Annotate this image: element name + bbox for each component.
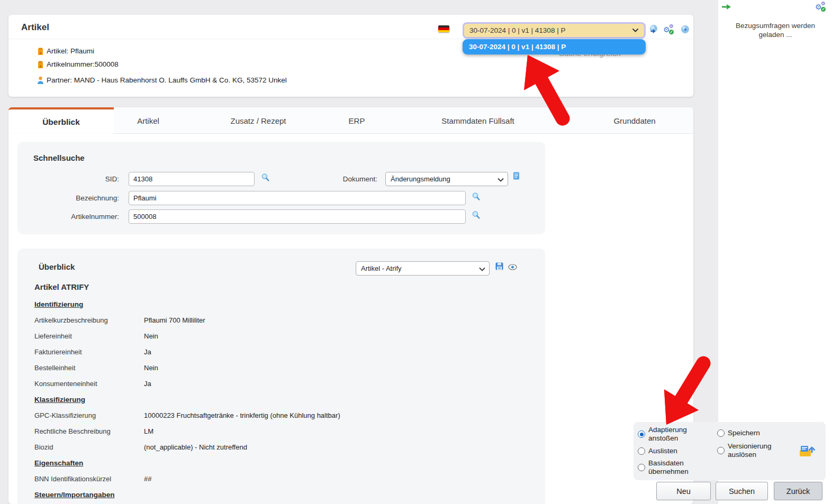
row-value: Ja bbox=[144, 344, 151, 360]
suchen-button[interactable]: Suchen bbox=[716, 482, 768, 500]
package-icon bbox=[37, 60, 47, 69]
row-label: Rechtliche Beschreibung bbox=[34, 424, 144, 439]
quick-search-panel: Schnellsuche SID: Dokument: Änderungsmel… bbox=[17, 142, 545, 234]
row-value: Nein bbox=[144, 360, 158, 376]
article-info-row: Artikel: Pflaumi bbox=[37, 44, 287, 58]
row-value: (not_applicable) - Nicht zutreffend bbox=[144, 439, 247, 455]
artikelnummer-input[interactable] bbox=[129, 209, 466, 224]
chevron-down-icon bbox=[632, 26, 639, 34]
application-window: ⚙ ⚙ ✓ Bezugsumfragen werden geladen ... … bbox=[0, 0, 832, 504]
tab-zusatz-rezept[interactable]: Zusatz / Rezept bbox=[230, 107, 286, 134]
header-action-icons: ⚙ ⚙ ✓ bbox=[649, 24, 690, 36]
version-dropdown-option[interactable]: 30-07-2024 | 0 | v1 | 41308 | P bbox=[463, 39, 646, 54]
data-row: ArtikelkurzbeschreibungPflaumi 700 Milli… bbox=[34, 313, 528, 328]
loading-status-text: Bezugsumfragen werden geladen ... bbox=[728, 21, 823, 39]
radio-dot bbox=[638, 464, 645, 471]
group-heading: Eigenschaften bbox=[34, 455, 528, 471]
row-label: Bestelleinheit bbox=[34, 360, 144, 376]
sid-input[interactable] bbox=[129, 172, 255, 186]
check-icon: ✓ bbox=[821, 7, 826, 12]
row-label: Artikelkurzbeschreibung bbox=[34, 313, 144, 328]
eye-icon[interactable] bbox=[508, 263, 517, 272]
tab-artikel[interactable]: Artikel bbox=[137, 107, 159, 134]
overview-view-select-value: Artikel - Atrify bbox=[361, 264, 402, 272]
row-value: Nein bbox=[144, 328, 158, 344]
bezeichnung-input[interactable] bbox=[129, 191, 466, 205]
quick-search-title: Schnellsuche bbox=[33, 153, 85, 162]
partner-info-text: Partner: MAND - Haus Rabenhorst O. Lauff… bbox=[47, 76, 287, 84]
version-select[interactable]: 30-07-2024 | 0 | v1 | 41308 | P bbox=[463, 22, 646, 39]
radio-label: Auslisten bbox=[648, 447, 677, 455]
search-icon[interactable] bbox=[261, 173, 270, 184]
article-info-text: Artikel: Pflaumi bbox=[47, 47, 94, 55]
dokument-select[interactable]: Änderungsmeldung bbox=[385, 172, 508, 186]
view-icon[interactable] bbox=[681, 25, 690, 36]
person-icon bbox=[37, 76, 47, 84]
radio-dot bbox=[638, 430, 645, 438]
overview-title: Überblick bbox=[39, 262, 75, 271]
overview-icons bbox=[495, 262, 517, 272]
data-row: LiefereinheitNein bbox=[34, 328, 528, 344]
radio-speichern[interactable]: Speichern bbox=[717, 429, 797, 437]
radio-versionierung-ausloesen[interactable]: Versionierung auslösen bbox=[717, 442, 797, 459]
data-row: Biozid(not_applicable) - Nicht zutreffen… bbox=[34, 439, 528, 455]
radio-auslisten[interactable]: Auslisten bbox=[638, 447, 715, 455]
tab-content: Schnellsuche SID: Dokument: Änderungsmel… bbox=[8, 134, 693, 504]
data-row: FakturiereinheitJa bbox=[34, 344, 528, 360]
refresh-icon[interactable] bbox=[649, 24, 658, 36]
sid-label: SID: bbox=[17, 172, 119, 186]
chevron-down-icon bbox=[479, 268, 485, 272]
green-arrow-icon[interactable] bbox=[721, 3, 732, 12]
zurueck-button[interactable]: Zurück bbox=[774, 482, 822, 500]
radio-label: Basisdaten übernehmen bbox=[648, 459, 715, 476]
row-value: LM bbox=[144, 424, 153, 439]
gears-process-icon[interactable]: ⚙ ⚙ ✓ bbox=[815, 2, 828, 13]
overview-panel: Überblick Artikel - Atrify Artikel ATRIF… bbox=[17, 249, 545, 504]
radio-dot bbox=[717, 429, 725, 437]
group-heading: Steuern/Importangaben bbox=[34, 487, 528, 503]
section-title: Artikel ATRIFY bbox=[34, 282, 528, 291]
chevron-down-icon bbox=[498, 178, 504, 182]
row-label: BNN Identifikationskürzel bbox=[34, 471, 144, 487]
search-icon[interactable] bbox=[472, 210, 481, 222]
gears-process-icon[interactable]: ⚙ ⚙ ✓ bbox=[663, 25, 676, 35]
row-value: 10000223 Fruchtsaftgetränke - trinkferti… bbox=[144, 408, 340, 424]
document-icon[interactable] bbox=[513, 171, 520, 182]
partner-info-row: Partner: MAND - Haus Rabenhorst O. Lauff… bbox=[37, 74, 287, 87]
data-row: BNN Identifikationskürzel## bbox=[34, 471, 528, 487]
tab-ueberblick[interactable]: Überblick bbox=[8, 107, 114, 134]
data-row: BestelleinheitNein bbox=[34, 360, 528, 376]
page-title: Artikel bbox=[21, 22, 49, 33]
neu-button[interactable]: Neu bbox=[656, 482, 711, 500]
row-label: Konsumenteneinheit bbox=[34, 376, 144, 392]
radio-dot bbox=[717, 447, 725, 454]
save-icon[interactable] bbox=[495, 262, 503, 272]
gear-icon: ⚙ bbox=[669, 24, 674, 29]
version-select-value: 30-07-2024 | 0 | v1 | 41308 | P bbox=[469, 26, 632, 34]
tab-erp[interactable]: ERP bbox=[349, 107, 365, 134]
radio-label: Speichern bbox=[728, 429, 760, 437]
export-upload-icon[interactable] bbox=[799, 443, 816, 460]
row-value: ## bbox=[144, 471, 151, 487]
row-label: Fakturiereinheit bbox=[34, 344, 144, 360]
tab-bar: Überblick Artikel Zusatz / Rezept ERP St… bbox=[8, 107, 693, 134]
group-heading: Klassifizierung bbox=[34, 392, 528, 408]
package-icon bbox=[37, 47, 47, 56]
german-flag-icon[interactable] bbox=[438, 25, 449, 32]
article-info-text: Artikelnummer:500008 bbox=[47, 60, 119, 68]
artikelnummer-label: Artikelnummer: bbox=[17, 209, 119, 224]
radio-label: Adaptierung anstoßen bbox=[648, 426, 715, 443]
radio-basisdaten-uebernehmen[interactable]: Basisdaten übernehmen bbox=[638, 459, 715, 476]
tab-stammdaten-fuellsaft[interactable]: Stammdaten Füllsaft bbox=[441, 107, 514, 134]
search-icon[interactable] bbox=[472, 192, 481, 203]
radio-dot bbox=[638, 447, 645, 455]
radio-adaptierung-anstossen[interactable]: Adaptierung anstoßen bbox=[638, 426, 715, 443]
data-row: Rechtliche BeschreibungLM bbox=[34, 424, 528, 439]
row-value: Ja bbox=[144, 376, 151, 392]
overview-view-select[interactable]: Artikel - Atrify bbox=[356, 261, 490, 276]
row-label: Biozid bbox=[34, 439, 144, 455]
dokument-select-value: Änderungsmeldung bbox=[391, 175, 450, 183]
check-icon: ✓ bbox=[669, 30, 674, 34]
tab-grunddaten[interactable]: Grunddaten bbox=[613, 107, 655, 134]
radio-label: Versionierung auslösen bbox=[728, 442, 797, 459]
